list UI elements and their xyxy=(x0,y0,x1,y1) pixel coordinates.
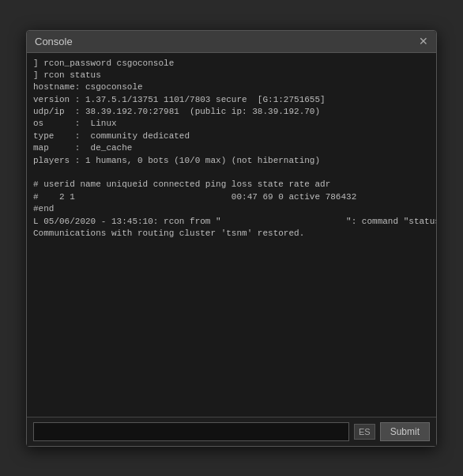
console-window: Console ✕ ] rcon_password csgoconsole ] … xyxy=(26,30,437,447)
title-bar: Console ✕ xyxy=(27,31,436,53)
window-title: Console xyxy=(35,36,73,47)
es-badge: ES xyxy=(354,424,375,440)
console-input[interactable] xyxy=(33,422,349,441)
submit-button[interactable]: Submit xyxy=(380,422,430,441)
input-bar: ES Submit xyxy=(27,417,436,446)
console-output: ] rcon_password csgoconsole ] rcon statu… xyxy=(27,53,436,417)
close-button[interactable]: ✕ xyxy=(419,36,428,47)
